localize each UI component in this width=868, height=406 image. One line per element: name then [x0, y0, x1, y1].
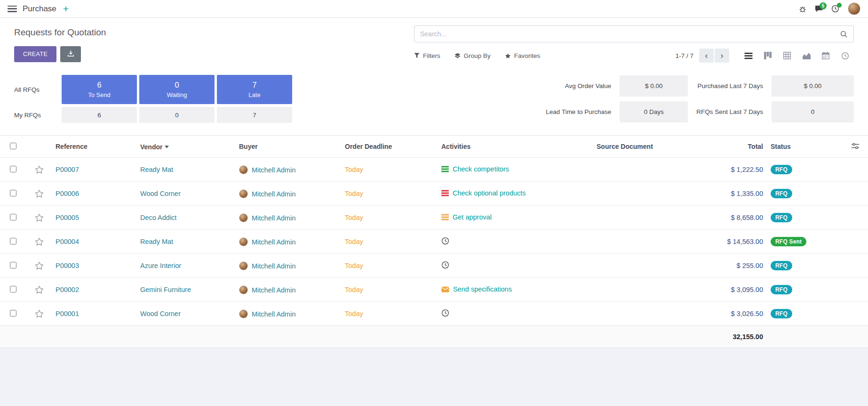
pager-next-button[interactable]: › [715, 49, 729, 63]
activity-cell[interactable]: Get approval [441, 213, 492, 221]
favorite-star-icon[interactable] [35, 285, 44, 294]
tile-my-waiting[interactable]: 0 [139, 107, 215, 123]
tile-my-to-send[interactable]: 6 [62, 107, 137, 123]
table-row[interactable]: P00005 Deco Addict Mitchell Admin Today … [0, 206, 868, 230]
favorite-star-icon[interactable] [35, 237, 44, 246]
column-header-source-document[interactable]: Source Document [593, 136, 673, 158]
table-row[interactable]: P00001 Wood Corner Mitchell Admin Today … [0, 302, 868, 326]
reference-link[interactable]: P00003 [56, 262, 79, 269]
table-row[interactable]: P00006 Wood Corner Mitchell Admin Today … [0, 182, 868, 206]
reference-link[interactable]: P00001 [56, 310, 79, 317]
favorite-star-icon[interactable] [35, 261, 44, 270]
favorites-button[interactable]: Favorites [505, 52, 541, 59]
create-button[interactable]: CREATE [14, 46, 56, 62]
column-header-reference[interactable]: Reference [52, 136, 136, 158]
activity-cell[interactable] [441, 261, 453, 269]
kpi-value-purchased-last-7-days[interactable]: $ 0.00 [772, 75, 854, 97]
favorite-star-icon[interactable] [35, 189, 44, 198]
buyer-avatar [239, 309, 248, 318]
buyer-link[interactable]: Mitchell Admin [252, 214, 295, 222]
column-header-activities[interactable]: Activities [438, 136, 593, 158]
row-checkbox[interactable] [10, 310, 16, 317]
vendor-link[interactable]: Ready Mat [140, 166, 173, 173]
status-badge: RFQ [771, 213, 792, 222]
messages-badge: 5 [820, 2, 827, 9]
user-avatar[interactable] [848, 2, 860, 15]
activity-cell[interactable]: Check competitors [441, 165, 509, 173]
reference-link[interactable]: P00006 [56, 190, 79, 197]
buyer-link[interactable]: Mitchell Admin [252, 166, 295, 174]
row-checkbox[interactable] [10, 262, 16, 268]
column-header-total[interactable]: Total [673, 136, 767, 158]
optional-columns-icon[interactable] [842, 136, 868, 158]
messages-icon[interactable]: 5 [815, 5, 823, 13]
favorite-star-icon[interactable] [35, 309, 44, 318]
bug-icon[interactable] [799, 5, 806, 13]
row-checkbox[interactable] [10, 190, 16, 196]
pager-previous-button[interactable]: ‹ [699, 49, 714, 63]
tile-waiting[interactable]: 0 Waiting [139, 75, 215, 104]
buyer-link[interactable]: Mitchell Admin [252, 286, 295, 294]
buyer-link[interactable]: Mitchell Admin [252, 310, 295, 318]
activity-cell[interactable]: Send specifications [441, 285, 512, 293]
order-deadline: Today [341, 230, 438, 254]
pager-range: 1-7 / 7 [676, 52, 693, 59]
column-header-order-deadline[interactable]: Order Deadline [341, 136, 438, 158]
row-checkbox[interactable] [10, 214, 16, 220]
vendor-link[interactable]: Wood Corner [140, 190, 181, 197]
graph-view-icon[interactable] [797, 49, 815, 63]
reference-link[interactable]: P00004 [56, 238, 79, 245]
reference-link[interactable]: P00002 [56, 286, 79, 293]
list-view-icon[interactable] [740, 49, 757, 63]
row-checkbox[interactable] [10, 238, 16, 244]
reference-link[interactable]: P00007 [56, 166, 79, 173]
reference-link[interactable]: P00005 [56, 214, 79, 221]
app-name[interactable]: Purchase [23, 4, 56, 14]
column-header-buyer[interactable]: Buyer [235, 136, 341, 158]
table-row[interactable]: P00003 Azure Interior Mitchell Admin Tod… [0, 254, 868, 278]
buyer-link[interactable]: Mitchell Admin [252, 190, 295, 198]
tile-my-late[interactable]: 7 [217, 107, 292, 123]
vendor-link[interactable]: Wood Corner [140, 310, 181, 317]
column-header-status[interactable]: Status [767, 136, 842, 158]
activity-cell[interactable] [441, 309, 453, 317]
vendor-link[interactable]: Gemini Furniture [140, 286, 191, 293]
activity-clock-icon [441, 237, 449, 245]
activity-view-icon[interactable] [836, 49, 854, 63]
buyer-link[interactable]: Mitchell Admin [252, 238, 295, 246]
vendor-link[interactable]: Deco Addict [140, 214, 176, 221]
activity-cell[interactable]: Check optional products [441, 189, 526, 197]
favorite-star-icon[interactable] [35, 213, 44, 222]
search-input[interactable] [420, 30, 840, 38]
status-badge: RFQ [771, 261, 792, 270]
plus-icon[interactable]: + [63, 4, 69, 14]
tile-to-send[interactable]: 6 To Send [62, 75, 137, 104]
activity-clock-icon [441, 309, 449, 317]
favorite-star-icon[interactable] [35, 165, 44, 174]
apps-menu-icon[interactable] [8, 6, 17, 12]
filters-button[interactable]: Filters [414, 52, 440, 59]
kpi-value-avg-order-value[interactable]: $ 0.00 [620, 75, 688, 97]
my-rfqs-label: My RFQs [14, 112, 59, 119]
search-icon[interactable] [840, 30, 848, 38]
buyer-link[interactable]: Mitchell Admin [252, 262, 295, 270]
vendor-link[interactable]: Azure Interior [140, 262, 181, 269]
row-checkbox[interactable] [10, 166, 16, 172]
calendar-view-icon[interactable] [817, 49, 835, 63]
activities-clock-icon[interactable] [831, 5, 839, 13]
activity-cell[interactable] [441, 237, 453, 245]
kanban-view-icon[interactable] [759, 49, 777, 63]
kpi-value-lead-time[interactable]: 0 Days [620, 101, 688, 122]
column-header-vendor[interactable]: Vendor [136, 136, 235, 158]
select-all-checkbox[interactable] [10, 143, 16, 149]
group-by-button[interactable]: Group By [454, 52, 491, 59]
table-row[interactable]: P00002 Gemini Furniture Mitchell Admin T… [0, 278, 868, 302]
tile-late[interactable]: 7 Late [217, 75, 292, 104]
vendor-link[interactable]: Ready Mat [140, 238, 173, 245]
table-row[interactable]: P00007 Ready Mat Mitchell Admin Today Ch… [0, 158, 868, 182]
kpi-value-rfqs-sent-last-7-days[interactable]: 0 [772, 101, 854, 122]
pivot-view-icon[interactable] [778, 49, 796, 63]
table-row[interactable]: P00004 Ready Mat Mitchell Admin Today $ … [0, 230, 868, 254]
export-button[interactable] [60, 46, 81, 62]
row-checkbox[interactable] [10, 286, 16, 292]
